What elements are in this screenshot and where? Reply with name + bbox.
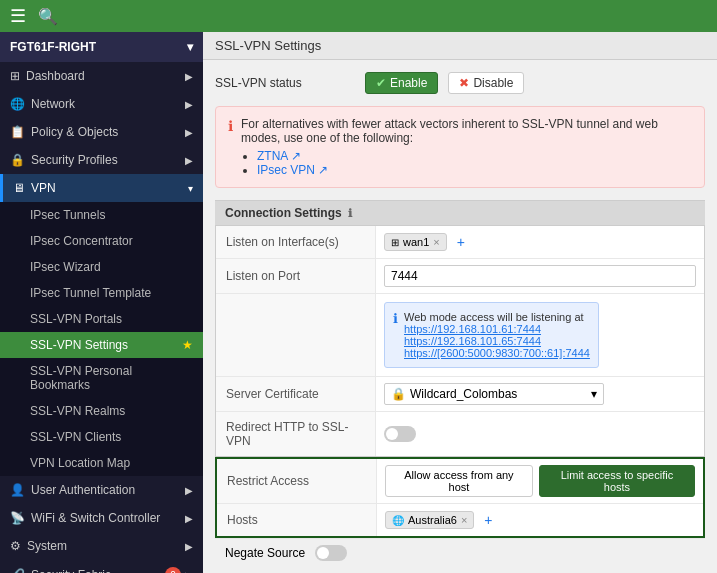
network-icon: 🌐 (10, 97, 25, 111)
sidebar-item-system[interactable]: ⚙ System ▶ (0, 532, 203, 560)
sidebar-sub-item-ssl-vpn-portals[interactable]: SSL-VPN Portals (0, 306, 203, 332)
sidebar-item-policy-objects[interactable]: 📋 Policy & Objects ▶ (0, 118, 203, 146)
web-mode-url-3[interactable]: https://[2600:5000:9830:700::61]:7444 (404, 347, 590, 359)
star-icon: ★ (182, 338, 193, 352)
sidebar-item-user-auth[interactable]: 👤 User Authentication ▶ (0, 476, 203, 504)
listen-port-row: Listen on Port (216, 259, 704, 294)
vpn-submenu: IPsec Tunnels IPsec Concentrator IPsec W… (0, 202, 203, 476)
host-tag[interactable]: 🌐 Australia6 × (385, 511, 474, 529)
info-box: ℹ Web mode access will be listening at h… (384, 302, 599, 368)
system-icon: ⚙ (10, 539, 21, 553)
sidebar-sub-item-ipsec-concentrator[interactable]: IPsec Concentrator (0, 228, 203, 254)
sidebar-sub-item-ssl-vpn-realms[interactable]: SSL-VPN Realms (0, 398, 203, 424)
fabric-icon: 🔗 (10, 568, 25, 573)
breadcrumb: SSL-VPN Settings (203, 32, 717, 60)
chevron-right-icon: ▶ (185, 513, 193, 524)
connection-settings-form: Listen on Interface(s) ⊞ wan1 × + Listen… (215, 225, 705, 457)
sidebar-sub-item-vpn-location-map[interactable]: VPN Location Map (0, 450, 203, 476)
sidebar-item-security-profiles[interactable]: 🔒 Security Profiles ▶ (0, 146, 203, 174)
chevron-right-icon: ▶ (185, 485, 193, 496)
user-icon: 👤 (10, 483, 25, 497)
device-name: FGT61F-RIGHT (10, 40, 96, 54)
external-link-icon: ↗ (318, 163, 328, 177)
tag-close-icon[interactable]: × (433, 236, 439, 248)
chevron-right-icon: ▶ (185, 570, 193, 574)
sidebar-item-label: Security Profiles (31, 153, 118, 167)
redirect-http-toggle (376, 412, 704, 456)
listen-port-value (376, 259, 704, 293)
redirect-http-label: Redirect HTTP to SSL-VPN (216, 412, 376, 456)
connection-settings-header: Connection Settings ℹ (215, 200, 705, 225)
server-cert-value: 🔒 Wildcard_Colombas ▾ (376, 377, 704, 411)
vpn-icon: 🖥 (13, 181, 25, 195)
ztna-link[interactable]: ZTNA ↗ (257, 149, 301, 163)
restrict-access-label: Restrict Access (217, 459, 377, 503)
web-mode-url-2[interactable]: https://192.168.101.65:7444 (404, 335, 541, 347)
restrict-access-options: Allow access from any host Limit access … (377, 459, 703, 503)
negate-source-label: Negate Source (225, 546, 305, 560)
sidebar-item-dashboard[interactable]: ⊞ Dashboard ▶ (0, 62, 203, 90)
listen-port-input[interactable] (384, 265, 696, 287)
network-grid-icon: ⊞ (391, 237, 399, 248)
sidebar-item-label: Policy & Objects (31, 125, 118, 139)
sidebar-sub-item-ssl-vpn-personal-bookmarks[interactable]: SSL-VPN Personal Bookmarks (0, 358, 203, 398)
top-bar: ☰ 🔍 (0, 0, 717, 32)
sidebar: FGT61F-RIGHT ▾ ⊞ Dashboard ▶ 🌐 Network ▶… (0, 32, 203, 573)
x-circle-icon: ✖ (459, 76, 469, 90)
host-tag-close-icon[interactable]: × (461, 514, 467, 526)
add-host-button[interactable]: + (478, 510, 498, 530)
info-icon[interactable]: ℹ (348, 207, 352, 220)
menu-icon[interactable]: ☰ (10, 5, 26, 27)
dropdown-chevron-icon: ▾ (591, 387, 597, 401)
redirect-http-row: Redirect HTTP to SSL-VPN (216, 412, 704, 456)
listen-interface-value: ⊞ wan1 × + (376, 226, 704, 258)
hosts-row: Hosts 🌐 Australia6 × + (217, 504, 703, 536)
sidebar-item-label: User Authentication (31, 483, 135, 497)
negate-source-toggle[interactable] (315, 545, 347, 561)
negate-source-row: Negate Source (215, 538, 705, 567)
redirect-http-toggle-button[interactable] (384, 426, 416, 442)
chevron-right-icon: ▶ (185, 71, 193, 82)
chevron-right-icon: ▶ (185, 541, 193, 552)
sidebar-sub-item-ipsec-wizard[interactable]: IPsec Wizard (0, 254, 203, 280)
server-cert-row: Server Certificate 🔒 Wildcard_Colombas ▾ (216, 377, 704, 412)
web-mode-url-1[interactable]: https://192.168.101.61:7444 (404, 323, 541, 335)
sidebar-item-label: System (27, 539, 67, 553)
sidebar-sub-item-ipsec-tunnels[interactable]: IPsec Tunnels (0, 202, 203, 228)
chevron-down-icon: ▾ (188, 183, 193, 194)
warning-content: For alternatives with fewer attack vecto… (241, 117, 692, 177)
warning-icon: ℹ (228, 118, 233, 177)
web-mode-info-box: ℹ Web mode access will be listening at h… (376, 294, 704, 376)
add-interface-button[interactable]: + (451, 232, 471, 252)
device-selector[interactable]: FGT61F-RIGHT ▾ (0, 32, 203, 62)
external-link-icon: ↗ (291, 149, 301, 163)
interface-tag[interactable]: ⊞ wan1 × (384, 233, 447, 251)
content-area: SSL-VPN Settings SSL-VPN status ✔ Enable… (203, 32, 717, 573)
ipsec-vpn-link[interactable]: IPsec VPN ↗ (257, 163, 328, 177)
sidebar-item-security-fabric[interactable]: 🔗 Security Fabric 2 ▶ (0, 560, 203, 573)
search-icon[interactable]: 🔍 (38, 7, 58, 26)
sidebar-item-vpn[interactable]: 🖥 VPN ▾ (0, 174, 203, 202)
restrict-access-header: Restrict Access Allow access from any ho… (217, 459, 703, 504)
server-cert-dropdown[interactable]: 🔒 Wildcard_Colombas ▾ (384, 383, 604, 405)
sidebar-item-label: Dashboard (26, 69, 85, 83)
allow-any-host-button[interactable]: Allow access from any host (385, 465, 533, 497)
web-mode-info-row: ℹ Web mode access will be listening at h… (216, 294, 704, 377)
dashboard-icon: ⊞ (10, 69, 20, 83)
sidebar-sub-item-ssl-vpn-clients[interactable]: SSL-VPN Clients (0, 424, 203, 450)
restrict-access-section: Restrict Access Allow access from any ho… (215, 457, 705, 538)
cert-icon: 🔒 (391, 387, 406, 401)
ssl-vpn-status-label: SSL-VPN status (215, 76, 355, 90)
sidebar-item-network[interactable]: 🌐 Network ▶ (0, 90, 203, 118)
host-icon: 🌐 (392, 515, 404, 526)
enable-button[interactable]: ✔ Enable (365, 72, 438, 94)
limit-hosts-button[interactable]: Limit access to specific hosts (539, 465, 695, 497)
warning-box: ℹ For alternatives with fewer attack vec… (215, 106, 705, 188)
disable-button[interactable]: ✖ Disable (448, 72, 524, 94)
security-icon: 🔒 (10, 153, 25, 167)
sidebar-sub-item-ssl-vpn-settings[interactable]: SSL-VPN Settings ★ (0, 332, 203, 358)
server-cert-label: Server Certificate (216, 377, 376, 411)
sidebar-item-label: WiFi & Switch Controller (31, 511, 160, 525)
sidebar-item-wifi-switch[interactable]: 📡 WiFi & Switch Controller ▶ (0, 504, 203, 532)
sidebar-sub-item-ipsec-tunnel-template[interactable]: IPsec Tunnel Template (0, 280, 203, 306)
